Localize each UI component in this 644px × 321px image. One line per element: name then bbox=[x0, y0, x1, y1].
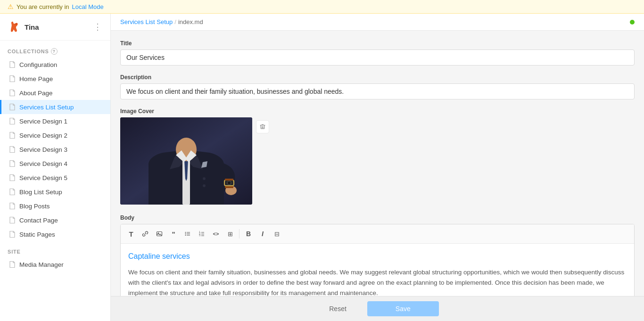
editor-toolbar: T " 1.2.3. <> bbox=[121, 224, 634, 244]
reset-button[interactable]: Reset bbox=[316, 301, 360, 316]
editor-body[interactable]: Captaline services We focus on client an… bbox=[121, 244, 634, 296]
svg-point-19 bbox=[185, 235, 186, 236]
footer-bar: Reset Save bbox=[111, 296, 644, 321]
sidebar-item-label: Contact Page bbox=[19, 217, 58, 224]
svg-point-11 bbox=[203, 177, 206, 180]
editor-paragraph-1: We focus on client and their family situ… bbox=[128, 267, 627, 296]
svg-point-12 bbox=[203, 184, 206, 187]
sidebar-item-blog-posts[interactable]: Blog Posts bbox=[0, 199, 110, 213]
sidebar-item-label: Media Manager bbox=[19, 261, 64, 268]
breadcrumb-current: index.md bbox=[178, 18, 203, 25]
file-icon bbox=[9, 146, 16, 153]
toolbar-italic-btn[interactable]: I bbox=[256, 227, 269, 240]
sidebar-item-label: Home Page bbox=[19, 75, 53, 82]
toolbar-link-btn[interactable] bbox=[139, 227, 152, 240]
file-icon bbox=[9, 89, 16, 97]
sidebar-item-contact-page[interactable]: Contact Page bbox=[0, 213, 110, 227]
main-layout: Tina ⋮ COLLECTIONS ? Configuration Home … bbox=[0, 14, 644, 321]
breadcrumb-parent-link[interactable]: Services List Setup bbox=[120, 18, 173, 25]
sidebar-item-service-design-5[interactable]: Service Design 5 bbox=[0, 171, 110, 185]
sidebar-item-services-list-setup[interactable]: Services List Setup bbox=[0, 100, 110, 114]
file-icon bbox=[9, 202, 16, 210]
file-icon bbox=[9, 174, 16, 181]
save-button[interactable]: Save bbox=[367, 301, 439, 316]
sidebar-item-label: Service Design 2 bbox=[19, 132, 67, 139]
toolbar-quote-btn[interactable]: " bbox=[167, 227, 180, 240]
toolbar-text-btn[interactable]: T bbox=[124, 227, 138, 240]
title-label: Title bbox=[120, 40, 635, 47]
sidebar-item-service-design-3[interactable]: Service Design 3 bbox=[0, 142, 110, 156]
collections-info-icon[interactable]: ? bbox=[51, 48, 58, 55]
delete-image-button[interactable] bbox=[256, 120, 269, 133]
sidebar: Tina ⋮ COLLECTIONS ? Configuration Home … bbox=[0, 14, 111, 321]
svg-rect-10 bbox=[225, 186, 233, 188]
description-field-group: Description bbox=[120, 74, 635, 99]
collections-section-label: COLLECTIONS ? bbox=[0, 41, 110, 58]
body-field-group: Body T " bbox=[120, 214, 635, 296]
image-cover-label: Image Cover bbox=[120, 108, 635, 115]
sidebar-item-label: Service Design 4 bbox=[19, 160, 67, 167]
sidebar-item-label: About Page bbox=[19, 90, 53, 97]
sidebar-item-service-design-4[interactable]: Service Design 4 bbox=[0, 156, 110, 171]
sidebar-item-about-page[interactable]: About Page bbox=[0, 86, 110, 100]
warning-icon: ⚠ bbox=[8, 3, 14, 10]
description-input[interactable] bbox=[120, 83, 635, 99]
file-icon bbox=[9, 188, 16, 196]
image-cover-area bbox=[120, 117, 252, 205]
sidebar-item-blog-list-setup[interactable]: Blog List Setup bbox=[0, 185, 110, 199]
sidebar-item-label: Blog Posts bbox=[19, 203, 50, 210]
file-icon bbox=[9, 103, 16, 111]
warning-text: You are currently in bbox=[17, 3, 69, 10]
sidebar-item-configuration[interactable]: Configuration bbox=[0, 58, 110, 72]
sidebar-item-home-page[interactable]: Home Page bbox=[0, 72, 110, 86]
sidebar-logo: Tina bbox=[8, 20, 39, 33]
image-cover bbox=[120, 117, 252, 205]
breadcrumb-separator: / bbox=[174, 18, 176, 25]
warning-mode: Local Mode bbox=[72, 3, 104, 10]
svg-point-8 bbox=[227, 181, 231, 185]
sidebar-item-static-pages[interactable]: Static Pages bbox=[0, 227, 110, 241]
sidebar-item-label: Services List Setup bbox=[19, 104, 74, 111]
sidebar-items-container: Configuration Home Page About Page Servi… bbox=[0, 58, 110, 241]
warning-bar: ⚠ You are currently in Local Mode bbox=[0, 0, 644, 14]
sidebar-menu-icon[interactable]: ⋮ bbox=[93, 22, 103, 32]
suit-image-svg bbox=[120, 117, 252, 205]
toolbar-ul-btn[interactable] bbox=[181, 227, 194, 240]
file-icon bbox=[9, 230, 16, 238]
file-icon bbox=[9, 132, 16, 139]
body-label: Body bbox=[120, 214, 635, 221]
sidebar-item-service-design-2[interactable]: Service Design 2 bbox=[0, 128, 110, 142]
sidebar-item-label: Service Design 5 bbox=[19, 174, 67, 181]
svg-text:3.: 3. bbox=[199, 234, 201, 237]
svg-rect-9 bbox=[225, 179, 233, 181]
toolbar-more-btn[interactable]: ⊟ bbox=[270, 227, 283, 240]
svg-point-15 bbox=[185, 232, 186, 233]
toolbar-ol-btn[interactable]: 1.2.3. bbox=[195, 227, 208, 240]
logo-icon bbox=[8, 20, 21, 33]
file-icon bbox=[9, 216, 16, 224]
toolbar-embed-btn[interactable]: ⊞ bbox=[223, 227, 237, 240]
toolbar-code-btn[interactable]: <> bbox=[209, 227, 223, 240]
sidebar-item-service-design-1[interactable]: Service Design 1 bbox=[0, 114, 110, 128]
file-icon bbox=[9, 61, 16, 68]
sidebar-item-label: Service Design 3 bbox=[19, 146, 67, 153]
file-icon bbox=[9, 160, 16, 167]
editor-link[interactable]: Captaline services bbox=[128, 250, 627, 263]
image-cover-field-group: Image Cover bbox=[120, 108, 635, 206]
toolbar-image-btn[interactable] bbox=[153, 227, 166, 240]
form-scroll: Title Description Image Cover bbox=[111, 31, 644, 296]
title-field-group: Title bbox=[120, 40, 635, 66]
sidebar-site-items-container: Media Manager bbox=[0, 257, 110, 272]
breadcrumb: Services List Setup / index.md bbox=[120, 18, 203, 25]
editor-container: T " 1.2.3. <> bbox=[120, 224, 635, 296]
sidebar-item-label: Service Design 1 bbox=[19, 118, 67, 125]
toolbar-separator bbox=[239, 229, 239, 239]
toolbar-bold-btn[interactable]: B bbox=[242, 227, 255, 240]
sidebar-header: Tina ⋮ bbox=[0, 14, 110, 41]
svg-point-17 bbox=[185, 233, 186, 234]
sidebar-item-media-manager[interactable]: Media Manager bbox=[0, 257, 110, 272]
description-label: Description bbox=[120, 74, 635, 81]
title-input[interactable] bbox=[120, 49, 635, 66]
site-section-label: SITE bbox=[0, 241, 110, 257]
content-area: Services List Setup / index.md Title Des… bbox=[111, 14, 644, 321]
